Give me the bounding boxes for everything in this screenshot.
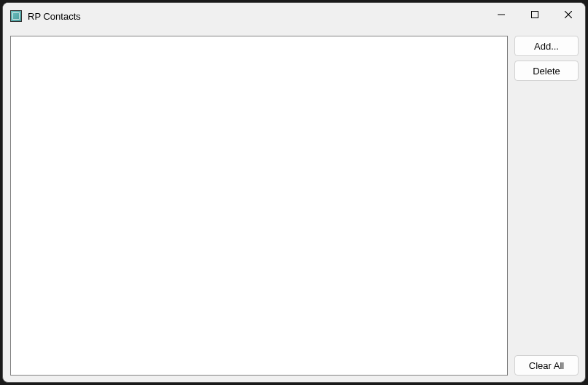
maximize-icon <box>531 11 538 18</box>
app-icon <box>10 10 22 22</box>
maximize-button[interactable] <box>518 3 552 26</box>
client-area: Add... Delete Clear All <box>3 29 585 382</box>
action-sidebar: Add... Delete Clear All <box>514 36 579 376</box>
titlebar[interactable]: RP Contacts <box>3 3 585 29</box>
close-icon <box>565 11 572 18</box>
app-window: RP Contacts Add... <box>2 2 586 383</box>
window-title: RP Contacts <box>28 11 81 22</box>
close-button[interactable] <box>552 3 585 26</box>
delete-button[interactable]: Delete <box>514 61 579 81</box>
minimize-icon <box>498 11 505 18</box>
contacts-list[interactable] <box>10 36 508 376</box>
window-controls <box>485 3 585 29</box>
clear-all-button[interactable]: Clear All <box>514 355 579 376</box>
svg-rect-1 <box>532 12 538 18</box>
minimize-button[interactable] <box>485 3 518 26</box>
add-button[interactable]: Add... <box>514 36 579 56</box>
